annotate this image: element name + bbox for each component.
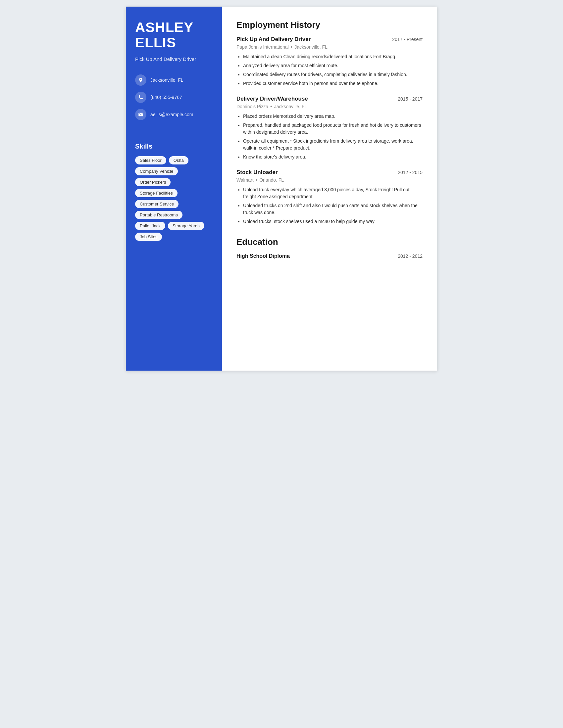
- contact-email: aellis@example.com: [135, 109, 212, 120]
- location-text: Jacksonville, FL: [150, 77, 183, 83]
- job-block: Delivery Driver/Warehouse2015 - 2017Domi…: [236, 96, 423, 160]
- contact-phone: (840) 555-9767: [135, 92, 212, 103]
- jobs-container: Pick Up And Delivery Driver2017 - Presen…: [236, 36, 423, 225]
- job-company: Walmart: [236, 177, 254, 183]
- job-bullet: Prepared, handled and packaged food prod…: [243, 122, 423, 136]
- education-section: Education High School Diploma2012 - 2012: [236, 237, 423, 259]
- skill-tag: Portable Restrooms: [135, 211, 182, 219]
- job-header: Stock Unloader2012 - 2015: [236, 169, 423, 176]
- candidate-name: ASHLEY ELLIS: [135, 20, 212, 50]
- job-bullet: Coordinated delivery routes for drivers,…: [243, 71, 423, 78]
- education-block: High School Diploma2012 - 2012: [236, 253, 423, 259]
- job-title: Delivery Driver/Warehouse: [236, 96, 308, 102]
- job-dates: 2017 - Present: [392, 37, 423, 42]
- job-location: Jacksonville, FL: [295, 44, 328, 50]
- job-company: Domino's Pizza: [236, 104, 268, 109]
- employment-heading: Employment History: [236, 20, 423, 30]
- skills-tags: Sales FloorOshaCompany VehicleOrder Pick…: [135, 156, 212, 241]
- skills-section: Skills Sales FloorOshaCompany VehicleOrd…: [135, 143, 212, 241]
- main-content: Employment History Pick Up And Delivery …: [222, 7, 437, 371]
- job-dates: 2015 - 2017: [398, 96, 423, 102]
- job-bullet: Know the store's delivery area.: [243, 154, 423, 160]
- job-bullet: Unloaded trucks on 2nd shift and also I …: [243, 202, 423, 216]
- phone-icon: [135, 92, 146, 103]
- meta-dot: •: [291, 44, 293, 50]
- job-dates: 2012 - 2015: [398, 170, 423, 175]
- job-company: Papa John's International: [236, 44, 289, 50]
- meta-dot: •: [270, 104, 272, 110]
- skill-tag: Sales Floor: [135, 156, 166, 164]
- job-bullet: Unload truck everyday which averaged 3,0…: [243, 186, 423, 200]
- skill-tag: Job Sites: [135, 233, 162, 241]
- job-bullets: Maintained a clean Clean driving records…: [236, 53, 423, 87]
- contact-section: Jacksonville, FL (840) 555-9767 aellis@e…: [135, 74, 212, 126]
- education-dates: 2012 - 2012: [398, 253, 423, 259]
- contact-location: Jacksonville, FL: [135, 74, 212, 86]
- job-meta: Domino's Pizza•Jacksonville, FL: [236, 104, 423, 110]
- resume-container: ASHLEY ELLIS Pick Up And Delivery Driver…: [126, 7, 437, 371]
- job-bullets: Placed orders Memorized delivery area ma…: [236, 113, 423, 160]
- job-block: Stock Unloader2012 - 2015Walmart•Orlando…: [236, 169, 423, 225]
- skill-tag: Osha: [169, 156, 188, 164]
- skill-tag: Order Pickers: [135, 178, 170, 186]
- job-title: Pick Up And Delivery Driver: [236, 36, 311, 43]
- job-bullet: Maintained a clean Clean driving records…: [243, 53, 423, 60]
- candidate-title: Pick Up And Delivery Driver: [135, 56, 212, 63]
- job-bullet: Operate all equipment * Stock ingredient…: [243, 138, 423, 152]
- job-meta: Papa John's International•Jacksonville, …: [236, 44, 423, 50]
- job-bullet: Placed orders Memorized delivery area ma…: [243, 113, 423, 120]
- skills-heading: Skills: [135, 143, 212, 150]
- phone-text: (840) 555-9767: [150, 95, 182, 100]
- skill-tag: Customer Service: [135, 200, 178, 208]
- education-degree: High School Diploma: [236, 253, 290, 259]
- email-icon: [135, 109, 146, 120]
- job-location: Orlando, FL: [259, 177, 284, 183]
- location-icon: [135, 74, 146, 86]
- meta-dot: •: [256, 177, 258, 183]
- sidebar: ASHLEY ELLIS Pick Up And Delivery Driver…: [126, 7, 222, 371]
- skill-tag: Pallet Jack: [135, 222, 165, 230]
- employment-section: Employment History Pick Up And Delivery …: [236, 20, 423, 225]
- skill-tag: Storage Yards: [168, 222, 204, 230]
- skill-tag: Storage Facilities: [135, 189, 177, 197]
- job-header: Pick Up And Delivery Driver2017 - Presen…: [236, 36, 423, 43]
- job-bullet: Analyzed delivery area for most efficien…: [243, 62, 423, 69]
- job-bullet: Provided customer service both in person…: [243, 80, 423, 87]
- job-header: Delivery Driver/Warehouse2015 - 2017: [236, 96, 423, 102]
- job-bullet: Unload trucks, stock shelves used a mc40…: [243, 218, 423, 225]
- job-meta: Walmart•Orlando, FL: [236, 177, 423, 183]
- job-bullets: Unload truck everyday which averaged 3,0…: [236, 186, 423, 225]
- education-container: High School Diploma2012 - 2012: [236, 253, 423, 259]
- skill-tag: Company Vehicle: [135, 167, 178, 175]
- job-title: Stock Unloader: [236, 169, 278, 176]
- job-block: Pick Up And Delivery Driver2017 - Presen…: [236, 36, 423, 87]
- job-location: Jacksonville, FL: [274, 104, 307, 109]
- email-text: aellis@example.com: [150, 112, 193, 117]
- education-heading: Education: [236, 237, 423, 247]
